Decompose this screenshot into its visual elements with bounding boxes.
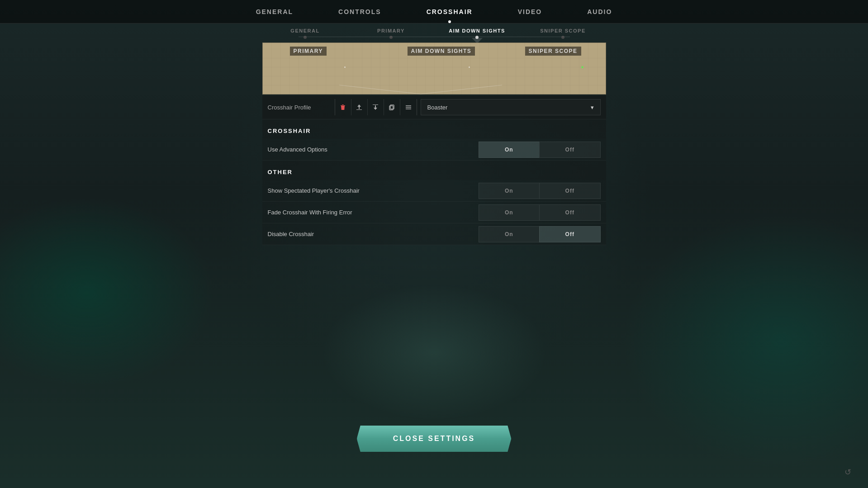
edit-icon: [405, 104, 412, 111]
disable-on-btn[interactable]: On: [479, 226, 540, 242]
sub-tab-ads[interactable]: AIM DOWN SIGHTS: [434, 28, 520, 39]
close-settings-button[interactable]: CLOSE SETTINGS: [357, 426, 512, 452]
spectated-toggle-group: On Off: [479, 183, 601, 199]
setting-row-disable: Disable Crosshair On Off: [262, 223, 606, 245]
glow-effect: [321, 284, 547, 420]
close-settings-wrapper: CLOSE SETTINGS: [357, 426, 512, 452]
nav-general[interactable]: GENERAL: [251, 0, 298, 23]
advanced-on-btn[interactable]: On: [479, 142, 540, 158]
advanced-options-label: Use Advanced Options: [268, 146, 479, 153]
advanced-off-btn[interactable]: Off: [539, 142, 601, 158]
delete-icon: [339, 104, 346, 111]
disable-label: Disable Crosshair: [268, 231, 479, 237]
profile-export-btn[interactable]: [351, 99, 368, 115]
setting-row-advanced: Use Advanced Options On Off: [262, 139, 606, 161]
svg-rect-4: [406, 105, 411, 106]
crosshair-dot-sniper: [582, 66, 583, 68]
dropdown-chevron-icon: ▾: [591, 104, 594, 111]
preview-label-sniper: SNIPER SCOPE: [525, 47, 581, 56]
svg-line-1: [421, 85, 502, 94]
nav-audio[interactable]: AUDIO: [583, 0, 617, 23]
crosshair-dot-primary: [344, 66, 346, 68]
nav-video[interactable]: VIDEO: [513, 0, 547, 23]
fade-toggle-group: On Off: [479, 204, 601, 221]
fade-off-btn[interactable]: Off: [539, 204, 601, 221]
crosshair-section-header: CROSSHAIR: [262, 119, 606, 139]
crosshair-preview: PRIMARY AIM DOWN SIGHTS SNIPER SCOPE: [262, 43, 606, 95]
setting-row-spectated: Show Spectated Player's Crosshair On Off: [262, 180, 606, 202]
profile-label: Crosshair Profile: [268, 104, 331, 111]
profile-row: Crosshair Profile: [262, 95, 606, 119]
sub-tab-sniper[interactable]: SNIPER SCOPE: [520, 28, 606, 39]
upload-icon: [356, 104, 363, 111]
top-nav: GENERAL CONTROLS CROSSHAIR VIDEO AUDIO: [0, 0, 868, 24]
sub-nav-area: GENERAL PRIMARY AIM DOWN SIGHTS SNIPER S…: [262, 24, 606, 43]
advanced-toggle-group: On Off: [479, 142, 601, 158]
sub-tab-primary[interactable]: PRIMARY: [348, 28, 434, 39]
svg-rect-5: [406, 107, 411, 108]
profile-import-btn[interactable]: [368, 99, 384, 115]
svg-line-0: [339, 85, 421, 94]
profile-dropdown[interactable]: Boaster ▾: [421, 99, 601, 115]
preview-label-ads: AIM DOWN SIGHTS: [408, 47, 475, 56]
setting-row-fade: Fade Crosshair With Firing Error On Off: [262, 202, 606, 223]
spectated-off-btn[interactable]: Off: [539, 183, 601, 199]
fade-label: Fade Crosshair With Firing Error: [268, 209, 479, 216]
nav-crosshair[interactable]: CROSSHAIR: [422, 0, 477, 23]
crosshair-dot-ads: [469, 66, 470, 68]
copy-icon: [388, 104, 395, 111]
settings-panel: PRIMARY AIM DOWN SIGHTS SNIPER SCOPE Cro…: [262, 43, 606, 245]
sub-nav-tabs: GENERAL PRIMARY AIM DOWN SIGHTS SNIPER S…: [262, 24, 606, 43]
sub-tab-general[interactable]: GENERAL: [262, 28, 348, 39]
download-icon: [372, 104, 379, 111]
nav-controls[interactable]: CONTROLS: [334, 0, 386, 23]
fade-on-btn[interactable]: On: [479, 204, 540, 221]
rotate-icon: ↺: [841, 465, 854, 479]
v-connector: [421, 85, 448, 94]
profile-edit-btn[interactable]: [400, 99, 417, 115]
svg-rect-6: [406, 109, 411, 109]
spectated-label: Show Spectated Player's Crosshair: [268, 187, 479, 194]
preview-label-primary: PRIMARY: [290, 47, 327, 56]
spectated-on-btn[interactable]: On: [479, 183, 540, 199]
profile-delete-btn[interactable]: [335, 99, 351, 115]
profile-copy-btn[interactable]: [384, 99, 400, 115]
profile-actions: [335, 99, 417, 115]
other-section-header: OTHER: [262, 161, 606, 180]
disable-off-btn[interactable]: Off: [539, 226, 601, 242]
disable-toggle-group: On Off: [479, 226, 601, 242]
